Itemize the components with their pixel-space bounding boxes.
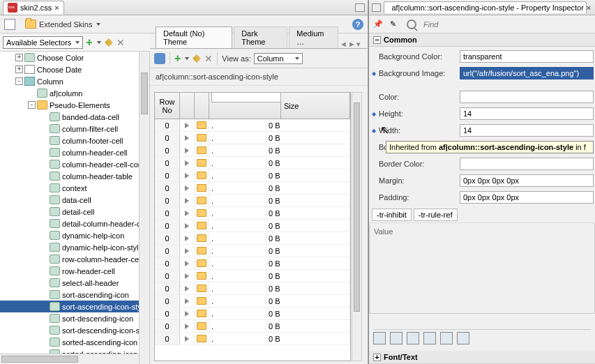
col-header-name[interactable]: Name	[209, 93, 281, 119]
table-row[interactable]: 0.0 B	[155, 308, 350, 320]
cell-expand[interactable]	[180, 207, 195, 219]
property-value-input[interactable]: 0px 0px 0px 0px	[460, 191, 594, 204]
file-tab-skin2[interactable]: skin2.css ×	[3, 1, 64, 15]
chevron-right-icon[interactable]: ►	[348, 40, 355, 47]
cell-expand[interactable]	[180, 295, 195, 307]
inspector-tab[interactable]: af|column::sort-ascending-icon-style - P…	[384, 1, 586, 13]
find-input[interactable]	[423, 20, 549, 29]
tree-node-dynamic-help-icon[interactable]: dynamic-help-icon	[0, 229, 150, 241]
table-row[interactable]: 0.0 B	[155, 195, 350, 207]
table-row[interactable]: 0.0 B	[155, 333, 350, 345]
tree-node-detail-cell[interactable]: detail-cell	[0, 206, 150, 218]
tree-node-column-header-cell[interactable]: column-header-cell	[0, 146, 150, 158]
tree-node-column-footer-cell[interactable]: column-footer-cell	[0, 135, 150, 146]
table-row[interactable]: 0.0 B	[155, 282, 350, 295]
plus-icon[interactable]: +	[15, 54, 23, 61]
cell-expand[interactable]	[180, 169, 195, 181]
tree-node-sort-ascending-icon[interactable]: sort-ascending-icon	[0, 289, 150, 301]
tree-vertical-scrollbar[interactable]	[139, 52, 149, 364]
table-row[interactable]: 0.0 B	[155, 320, 350, 333]
edit-icon[interactable]	[193, 54, 201, 63]
property-value-input[interactable]: 0px 0px 0px 0px	[460, 174, 594, 187]
plus-icon[interactable]: +	[15, 66, 23, 73]
tree-node-choose-color[interactable]: +Choose Color	[0, 52, 150, 63]
table-row[interactable]: 0.0 B	[155, 295, 350, 308]
tool-icon-4[interactable]	[423, 332, 436, 344]
table-row[interactable]: 0.0 B	[155, 132, 350, 144]
delete-icon[interactable]: ✕	[204, 53, 213, 64]
add-icon[interactable]: +	[86, 36, 92, 49]
tool-icon-3[interactable]	[407, 332, 419, 344]
cell-expand[interactable]	[180, 157, 195, 169]
viewas-combo[interactable]: Column	[254, 53, 303, 64]
add-icon[interactable]: +	[174, 52, 181, 65]
cell-expand[interactable]	[180, 282, 195, 294]
tree-node-column[interactable]: -Column	[0, 75, 150, 87]
cell-expand[interactable]	[180, 245, 195, 257]
tree-node-column-header-table[interactable]: column-header-table	[0, 170, 150, 182]
table-row[interactable]: 0.0 B	[155, 169, 350, 182]
table-row[interactable]: 0.0 B	[155, 207, 350, 220]
tree-node-detail-column-header-cell[interactable]: detail-column-header-cell	[0, 218, 150, 229]
tree-node-select-all-header[interactable]: select-all-header	[0, 277, 150, 289]
tool-icon-6[interactable]	[457, 332, 469, 344]
col-header-rowno[interactable]: Row No	[155, 93, 180, 119]
property-value-input[interactable]: url("/afr/fusion/sort_asc_ena.png")	[460, 67, 594, 79]
minus-icon[interactable]: -	[15, 77, 23, 85]
tree-node-column-header-cell-content[interactable]: column-header-cell-content	[0, 158, 150, 170]
common-section-header[interactable]: − Common	[369, 33, 595, 47]
refresh-icon[interactable]	[154, 53, 165, 64]
table-row[interactable]: 0.0 B	[155, 119, 350, 132]
cell-expand[interactable]	[180, 333, 195, 344]
chevron-down-icon[interactable]	[96, 23, 100, 26]
tab-list-icon[interactable]	[372, 3, 381, 12]
cell-expand[interactable]	[180, 308, 195, 319]
cell-expand[interactable]	[180, 119, 195, 131]
tool-icon-5[interactable]	[440, 332, 453, 344]
tree-node-banded-data-cell[interactable]: banded-data-cell	[0, 111, 150, 123]
property-value-input[interactable]	[460, 91, 594, 103]
font-text-section-header[interactable]: + Font/Text	[369, 351, 595, 364]
tree-horizontal-scrollbar[interactable]	[0, 354, 139, 364]
table-row[interactable]: 0.0 B	[155, 144, 350, 157]
grid-vertical-scrollbar[interactable]	[352, 92, 362, 361]
cell-expand[interactable]	[180, 195, 195, 206]
cell-expand[interactable]	[180, 144, 195, 156]
available-selectors-combo[interactable]: Available Selectors	[3, 36, 83, 49]
edit-icon[interactable]	[105, 38, 113, 47]
table-row[interactable]: 0.0 B	[155, 257, 350, 270]
table-row[interactable]: 0.0 B	[155, 245, 350, 257]
tree-node-row-column-header-cell[interactable]: row-column-header-cell	[0, 253, 150, 265]
cell-expand[interactable]	[180, 232, 195, 244]
property-value-input[interactable]	[460, 158, 594, 170]
table-row[interactable]: 0.0 B	[155, 182, 350, 195]
name-filter-input[interactable]	[211, 92, 281, 103]
theme-tab-1[interactable]: Dark Theme	[234, 26, 287, 48]
property-value-input[interactable]: transparent	[460, 50, 594, 63]
tree-node-row-header-cell[interactable]: row-header-cell	[0, 265, 150, 277]
tree-node-dynamic-help-icon-style[interactable]: dynamic-help-icon-style	[0, 241, 150, 253]
tree-node-context[interactable]: context	[0, 182, 150, 194]
help-icon[interactable]: ?	[352, 19, 363, 30]
tool-icon-1[interactable]	[373, 332, 386, 344]
property-value-input[interactable]: 14	[460, 124, 594, 137]
pencil-icon[interactable]: ✎	[390, 20, 400, 29]
table-row[interactable]: 0.0 B	[155, 157, 350, 169]
expand-icon[interactable]: +	[373, 354, 381, 361]
tool-icon-2[interactable]	[390, 332, 402, 344]
tree-node-choose-date[interactable]: +Choose Date	[0, 63, 150, 75]
tree-node-sorted-ascending-icon[interactable]: sorted-ascending-icon	[0, 336, 150, 348]
extended-skins-label[interactable]: Extended Skins	[39, 20, 92, 29]
col-header-expand[interactable]	[180, 93, 195, 119]
table-row[interactable]: 0.0 B	[155, 270, 350, 282]
cell-expand[interactable]	[180, 320, 195, 332]
scrollbar-thumb[interactable]	[354, 103, 360, 312]
chevron-down-icon[interactable]: ▾	[356, 40, 363, 47]
col-header-icon[interactable]	[195, 93, 209, 119]
pin-icon[interactable]: 📌	[373, 20, 383, 29]
tree-node-sort-ascending-icon-style[interactable]: sort-ascending-icon-style	[0, 301, 150, 312]
tab-list-icon[interactable]	[355, 3, 365, 12]
chevron-left-icon[interactable]: ◄	[340, 40, 347, 47]
cell-expand[interactable]	[180, 220, 195, 232]
close-icon[interactable]: ×	[54, 3, 59, 12]
